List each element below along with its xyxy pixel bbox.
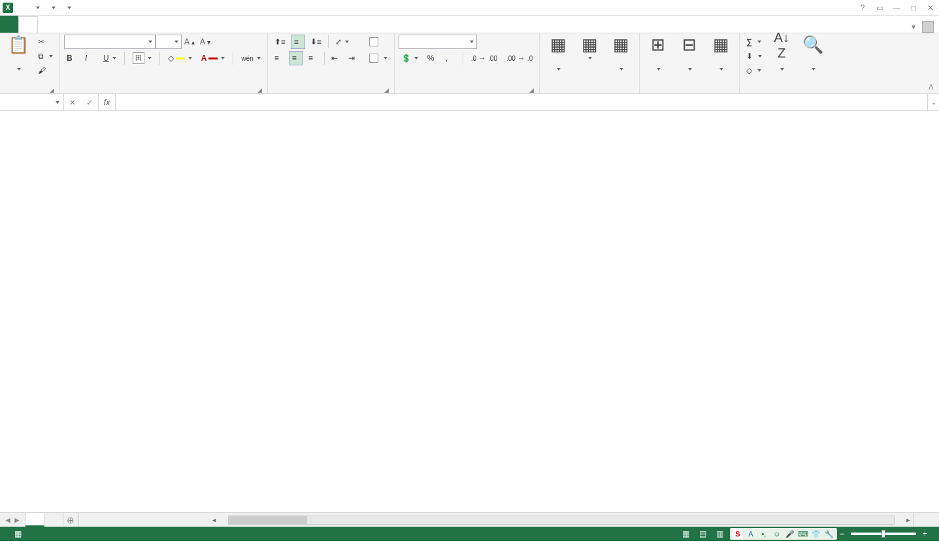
- format-painter-button[interactable]: 🖌: [35, 63, 56, 78]
- ime-keyboard-icon[interactable]: ⌨: [798, 529, 808, 539]
- delete-cells-button[interactable]: ⊟: [675, 35, 704, 74]
- ime-tool-icon[interactable]: 🔧: [824, 529, 834, 539]
- decrease-decimal-button[interactable]: .00→.0: [504, 51, 535, 65]
- phonetic-button[interactable]: wén: [239, 51, 263, 65]
- split-handle[interactable]: [913, 513, 939, 527]
- ime-mode-icon[interactable]: A: [746, 529, 756, 539]
- tab-powerpivot[interactable]: [195, 16, 214, 33]
- sheet-tab-1[interactable]: [25, 513, 44, 527]
- normal-view-button[interactable]: ▦: [679, 528, 693, 540]
- clipboard-launcher[interactable]: ◢: [50, 87, 54, 93]
- tab-power-query[interactable]: [175, 16, 195, 33]
- tab-home[interactable]: [18, 16, 38, 33]
- fx-button[interactable]: fx: [99, 94, 116, 110]
- save-button[interactable]: [14, 1, 29, 14]
- font-launcher[interactable]: ◢: [257, 87, 262, 93]
- underline-button[interactable]: U: [101, 51, 119, 65]
- align-center-button[interactable]: ≡: [289, 51, 303, 65]
- copy-button[interactable]: ⧉: [35, 49, 56, 63]
- new-sheet-button[interactable]: ⊕: [63, 513, 79, 527]
- close-button[interactable]: ✕: [922, 1, 939, 14]
- undo-button[interactable]: [30, 1, 44, 14]
- clear-button[interactable]: ◇: [744, 63, 765, 78]
- align-top-button[interactable]: ⬆≡: [272, 35, 288, 49]
- tab-developer[interactable]: [156, 16, 175, 33]
- ime-punct-icon[interactable]: •,: [759, 529, 769, 539]
- align-right-button[interactable]: ≡: [306, 51, 320, 65]
- align-left-button[interactable]: ≡: [272, 51, 286, 65]
- ribbon-display-button[interactable]: ▭: [871, 1, 888, 14]
- sort-filter-button[interactable]: A↓Z: [767, 35, 796, 74]
- font-name-combo[interactable]: [64, 35, 156, 49]
- minimize-button[interactable]: —: [888, 1, 905, 14]
- insert-cells-button[interactable]: ⊞: [644, 35, 672, 74]
- formula-input[interactable]: [116, 94, 927, 110]
- tab-insert[interactable]: [38, 16, 58, 33]
- ime-skin-icon[interactable]: 👕: [811, 529, 821, 539]
- percent-button[interactable]: %: [425, 51, 439, 65]
- tab-file[interactable]: [0, 16, 18, 33]
- name-box[interactable]: [0, 94, 64, 110]
- merge-center-button[interactable]: [367, 51, 390, 65]
- bold-button[interactable]: B: [64, 51, 78, 65]
- number-launcher[interactable]: ◢: [529, 87, 534, 93]
- align-middle-button[interactable]: ≡: [291, 35, 305, 49]
- tab-view[interactable]: [136, 16, 156, 33]
- increase-font-button[interactable]: A▴: [182, 35, 197, 49]
- tab-page-layout[interactable]: [58, 16, 77, 33]
- align-bottom-button[interactable]: ⬇≡: [308, 35, 324, 49]
- borders-button[interactable]: 田: [130, 51, 154, 65]
- ime-toolbar[interactable]: S A •, ☺ 🎤 ⌨ 👕 🔧: [730, 528, 837, 540]
- ime-emoji-icon[interactable]: ☺: [772, 529, 782, 539]
- fill-button[interactable]: ⬇: [744, 49, 765, 63]
- italic-button[interactable]: I: [82, 51, 97, 65]
- tab-review[interactable]: [116, 16, 136, 33]
- tab-data[interactable]: [97, 16, 116, 33]
- macro-record-icon[interactable]: ▦: [14, 529, 22, 538]
- autosum-button[interactable]: ∑: [744, 35, 765, 49]
- help-button[interactable]: ?: [854, 1, 871, 14]
- comma-button[interactable]: ,: [443, 51, 457, 65]
- font-color-button[interactable]: A: [199, 51, 228, 65]
- conditional-format-button[interactable]: ▦: [544, 35, 572, 74]
- sheet-tab-2[interactable]: [44, 513, 63, 527]
- scroll-sheet-left[interactable]: ◄: [4, 516, 12, 525]
- orientation-button[interactable]: ⤢: [333, 35, 352, 49]
- page-layout-view-button[interactable]: ▤: [696, 528, 710, 540]
- expand-formula-bar-button[interactable]: ⌄: [927, 94, 939, 110]
- maximize-button[interactable]: □: [905, 1, 922, 14]
- enter-formula-button[interactable]: ✓: [81, 98, 98, 107]
- qat-customize[interactable]: [61, 1, 76, 14]
- ime-mic-icon[interactable]: 🎤: [785, 529, 795, 539]
- number-format-combo[interactable]: [399, 35, 477, 49]
- cell-styles-button[interactable]: ▦: [606, 35, 635, 74]
- redo-button[interactable]: [46, 1, 60, 14]
- hscroll-thumb[interactable]: [229, 516, 307, 524]
- zoom-slider[interactable]: [851, 533, 916, 535]
- scroll-sheet-right[interactable]: ►: [13, 516, 21, 525]
- fill-color-button[interactable]: ◇: [165, 51, 195, 65]
- accounting-format-button[interactable]: 💲: [399, 51, 421, 65]
- hscroll-right[interactable]: ►: [904, 517, 913, 523]
- avatar[interactable]: [922, 21, 934, 33]
- format-cells-button[interactable]: ▦: [706, 35, 735, 74]
- find-select-button[interactable]: 🔍: [799, 35, 827, 74]
- hscroll-track[interactable]: [228, 516, 895, 525]
- tab-formulas[interactable]: [77, 16, 97, 33]
- page-break-view-button[interactable]: ▥: [713, 528, 727, 540]
- align-launcher[interactable]: ◢: [384, 87, 389, 93]
- zoom-in-button[interactable]: +: [923, 529, 927, 538]
- font-size-combo[interactable]: [156, 35, 182, 49]
- cut-button[interactable]: ✂: [35, 35, 56, 49]
- paste-button[interactable]: 📋: [4, 35, 33, 74]
- zoom-out-button[interactable]: −: [840, 529, 844, 538]
- format-table-button[interactable]: ▦: [575, 35, 604, 61]
- collapse-ribbon-button[interactable]: ᐱ: [929, 83, 934, 91]
- increase-decimal-button[interactable]: .0→.00: [469, 51, 500, 65]
- hscroll-left[interactable]: ◄: [210, 517, 219, 523]
- cancel-formula-button[interactable]: ✕: [64, 98, 81, 107]
- increase-indent-button[interactable]: ⇥: [346, 51, 360, 65]
- decrease-indent-button[interactable]: ⇤: [329, 51, 343, 65]
- decrease-font-button[interactable]: A▾: [197, 35, 213, 49]
- wrap-text-button[interactable]: [367, 35, 390, 49]
